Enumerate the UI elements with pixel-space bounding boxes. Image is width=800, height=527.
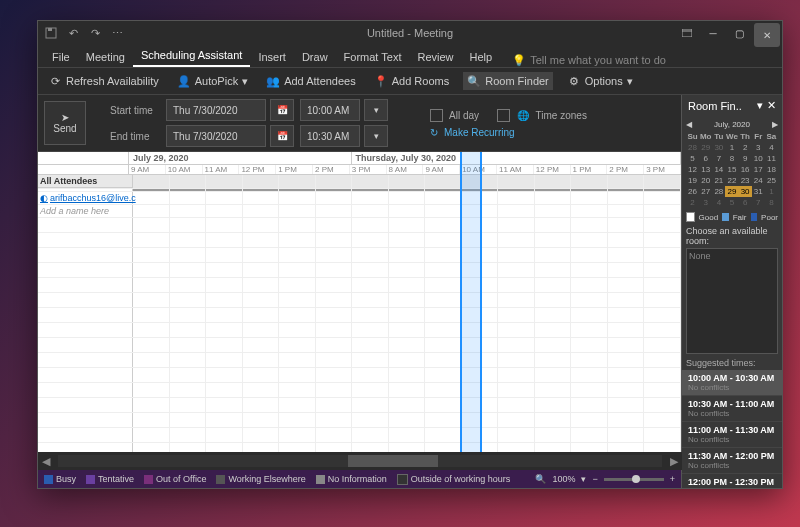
calendar-day[interactable]: 7 — [712, 153, 725, 164]
qat-icon[interactable]: ⋯ — [110, 26, 124, 40]
zoom-slider[interactable] — [604, 478, 664, 481]
calendar-day[interactable]: 3 — [752, 142, 765, 153]
zoom-out-icon[interactable]: − — [592, 474, 597, 484]
start-date-input[interactable]: Thu 7/30/2020 — [166, 99, 266, 121]
add-rooms-button[interactable]: 📍Add Rooms — [370, 72, 453, 90]
horizontal-scrollbar[interactable]: ◀ ▶ — [38, 452, 681, 470]
refresh-availability-button[interactable]: ⟳Refresh Availability — [44, 72, 163, 90]
calendar-day[interactable]: 31 — [752, 186, 765, 197]
tab-format-text[interactable]: Format Text — [336, 47, 410, 67]
calendar-day[interactable]: 29 — [699, 142, 712, 153]
autopick-button[interactable]: 👤AutoPick▾ — [173, 72, 252, 90]
end-date-input[interactable]: Thu 7/30/2020 — [166, 125, 266, 147]
options-button[interactable]: ⚙Options▾ — [563, 72, 637, 90]
calendar-day[interactable]: 5 — [686, 153, 699, 164]
send-button[interactable]: ➤ Send — [44, 101, 86, 145]
calendar-day[interactable]: 24 — [752, 175, 765, 186]
calendar-day[interactable]: 3 — [699, 197, 712, 208]
ribbon-display-icon[interactable] — [674, 21, 700, 45]
add-attendees-button[interactable]: 👥Add Attendees — [262, 72, 360, 90]
calendar-day[interactable]: 26 — [686, 186, 699, 197]
end-date-picker-icon[interactable]: 📅 — [270, 125, 294, 147]
calendar-day[interactable]: 6 — [699, 153, 712, 164]
hour-label: 2 PM — [313, 165, 350, 174]
time-zones-checkbox[interactable] — [497, 109, 510, 122]
calendar-day[interactable]: 4 — [712, 197, 725, 208]
calendar-day[interactable]: 8 — [765, 197, 778, 208]
end-time-input[interactable]: 10:30 AM — [300, 125, 360, 147]
calendar-day[interactable]: 1 — [725, 142, 738, 153]
calendar-day[interactable]: 29 — [725, 186, 738, 197]
calendar-day[interactable]: 30 — [712, 142, 725, 153]
pane-close-icon[interactable]: ✕ — [767, 99, 776, 112]
calendar-day[interactable]: 6 — [739, 197, 752, 208]
tab-draw[interactable]: Draw — [294, 47, 336, 67]
calendar-day[interactable]: 17 — [752, 164, 765, 175]
tab-scheduling-assistant[interactable]: Scheduling Assistant — [133, 45, 251, 67]
save-icon[interactable] — [44, 26, 58, 40]
suggested-slot[interactable]: 10:00 AM - 10:30 AMNo conflicts — [682, 370, 782, 396]
calendar-day[interactable]: 18 — [765, 164, 778, 175]
all-day-checkbox[interactable] — [430, 109, 443, 122]
calendar-day[interactable]: 30 — [739, 186, 752, 197]
schedule-body[interactable] — [38, 218, 681, 470]
room-list[interactable]: None — [686, 248, 778, 354]
calendar-day[interactable]: 14 — [712, 164, 725, 175]
zoom-control[interactable]: 🔍 100%▾ − + — [535, 474, 675, 484]
start-time-dropdown-icon[interactable]: ▾ — [364, 99, 388, 121]
calendar-day[interactable]: 16 — [739, 164, 752, 175]
minimize-icon[interactable]: ─ — [700, 21, 726, 45]
next-month-icon[interactable]: ▶ — [772, 120, 778, 129]
redo-icon[interactable]: ↷ — [88, 26, 102, 40]
calendar-day[interactable]: 9 — [739, 153, 752, 164]
calendar-day[interactable]: 11 — [765, 153, 778, 164]
calendar-day[interactable]: 13 — [699, 164, 712, 175]
calendar-day[interactable]: 2 — [686, 197, 699, 208]
calendar-day[interactable]: 1 — [765, 186, 778, 197]
end-time-dropdown-icon[interactable]: ▾ — [364, 125, 388, 147]
room-icon: 📍 — [374, 74, 388, 88]
suggested-slot[interactable]: 10:30 AM - 11:00 AMNo conflicts — [682, 396, 782, 422]
calendar-day[interactable]: 15 — [725, 164, 738, 175]
tab-review[interactable]: Review — [409, 47, 461, 67]
undo-icon[interactable]: ↶ — [66, 26, 80, 40]
make-recurring-link[interactable]: ↻Make Recurring — [430, 127, 587, 138]
tab-insert[interactable]: Insert — [250, 47, 294, 67]
suggested-slot[interactable]: 12:00 PM - 12:30 PMNo conflicts — [682, 474, 782, 488]
calendar-day[interactable]: 10 — [752, 153, 765, 164]
maximize-icon[interactable]: ▢ — [726, 21, 752, 45]
calendar-day[interactable]: 28 — [686, 142, 699, 153]
calendar-day[interactable]: 22 — [725, 175, 738, 186]
zoom-in-icon[interactable]: + — [670, 474, 675, 484]
calendar-day[interactable]: 28 — [712, 186, 725, 197]
calendar-day[interactable]: 21 — [712, 175, 725, 186]
calendar-day[interactable]: 12 — [686, 164, 699, 175]
calendar-day[interactable]: 20 — [699, 175, 712, 186]
pane-menu-icon[interactable]: ▾ — [757, 99, 763, 112]
calendar-day[interactable]: 7 — [752, 197, 765, 208]
calendar-day[interactable]: 27 — [699, 186, 712, 197]
close-icon[interactable]: ✕ — [754, 23, 780, 47]
add-name-input[interactable]: Add a name here — [38, 205, 133, 217]
tab-help[interactable]: Help — [462, 47, 501, 67]
calendar-day[interactable]: 2 — [739, 142, 752, 153]
search-status-icon[interactable]: 🔍 — [535, 474, 546, 484]
room-finder-button[interactable]: 🔍Room Finder — [463, 72, 553, 90]
start-time-input[interactable]: 10:00 AM — [300, 99, 360, 121]
calendar-day[interactable]: 8 — [725, 153, 738, 164]
scroll-thumb[interactable] — [348, 455, 438, 467]
prev-month-icon[interactable]: ◀ — [686, 120, 692, 129]
start-date-picker-icon[interactable]: 📅 — [270, 99, 294, 121]
mini-calendar: ◀July, 2020▶ SuMoTuWeThFrSa2829301234567… — [682, 116, 782, 210]
tab-file[interactable]: File — [44, 47, 78, 67]
tab-meeting[interactable]: Meeting — [78, 47, 133, 67]
tell-me[interactable]: 💡 Tell me what you want to do — [512, 53, 666, 67]
calendar-day[interactable]: 19 — [686, 175, 699, 186]
calendar-day[interactable]: 25 — [765, 175, 778, 186]
calendar-day[interactable]: 23 — [739, 175, 752, 186]
attendee-link[interactable]: ◐arifbacchus16@live.c — [38, 192, 133, 204]
calendar-day[interactable]: 4 — [765, 142, 778, 153]
suggested-slot[interactable]: 11:30 AM - 12:00 PMNo conflicts — [682, 448, 782, 474]
calendar-day[interactable]: 5 — [725, 197, 738, 208]
suggested-slot[interactable]: 11:00 AM - 11:30 AMNo conflicts — [682, 422, 782, 448]
